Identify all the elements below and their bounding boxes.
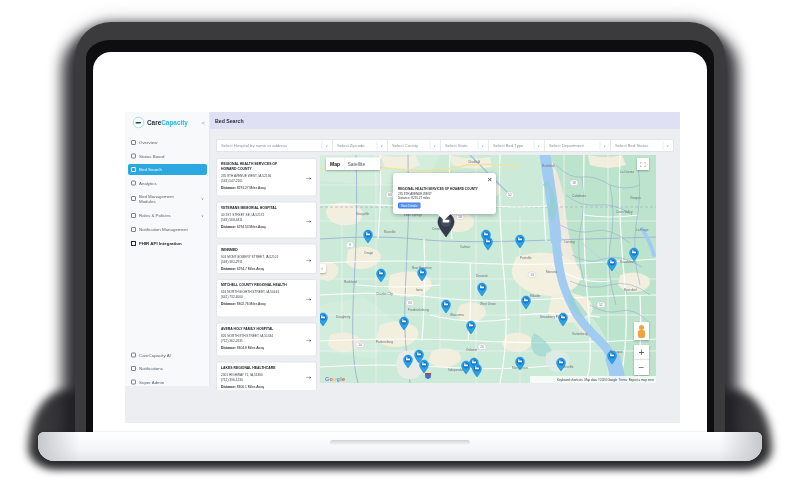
svg-text:14: 14 — [358, 343, 362, 347]
svg-text:Rockford: Rockford — [344, 280, 357, 284]
svg-text:Decorah: Decorah — [476, 274, 488, 278]
svg-text:Elkader: Elkader — [530, 294, 541, 298]
svg-text:Ionia: Ionia — [416, 288, 423, 292]
svg-text:Coon Valley: Coon Valley — [616, 210, 633, 214]
svg-text:24: 24 — [458, 215, 462, 219]
svg-text:Viroqua: Viroqua — [630, 196, 641, 200]
svg-text:Monona: Monona — [546, 270, 557, 274]
svg-text:Readstown: Readstown — [620, 260, 636, 264]
svg-text:Caledonia: Caledonia — [572, 194, 586, 198]
svg-text:63: 63 — [388, 193, 392, 197]
svg-text:West Union: West Union — [480, 302, 496, 306]
svg-text:La Farge: La Farge — [636, 228, 649, 232]
svg-text:Charles City: Charles City — [376, 292, 393, 296]
svg-text:Oelwein: Oelwein — [466, 348, 477, 352]
svg-text:Chatfield: Chatfield — [468, 160, 480, 164]
svg-text:Rushford: Rushford — [542, 164, 555, 168]
svg-text:Stacyville: Stacyville — [356, 212, 369, 216]
svg-text:63: 63 — [408, 301, 412, 305]
svg-text:52: 52 — [508, 193, 512, 197]
svg-text:Osage: Osage — [364, 251, 373, 255]
svg-text:La Crosse: La Crosse — [620, 170, 634, 174]
svg-text:Riceville: Riceville — [384, 230, 396, 234]
svg-text:Calmar: Calmar — [460, 245, 470, 249]
svg-text:Lansing: Lansing — [564, 240, 575, 244]
svg-text:Waucoma: Waucoma — [450, 313, 464, 317]
svg-text:20: 20 — [480, 345, 484, 349]
svg-text:18: 18 — [572, 181, 576, 185]
svg-text:Boscobel: Boscobel — [624, 288, 637, 292]
svg-text:Guttenberg: Guttenberg — [572, 332, 588, 336]
svg-text:Postville: Postville — [520, 256, 532, 260]
svg-text:Parkersburg: Parkersburg — [376, 340, 393, 344]
svg-text:13: 13 — [530, 273, 534, 277]
svg-text:Fredericksburg: Fredericksburg — [408, 308, 429, 312]
svg-text:52: 52 — [599, 303, 603, 307]
svg-text:Dougherty: Dougherty — [336, 315, 351, 319]
